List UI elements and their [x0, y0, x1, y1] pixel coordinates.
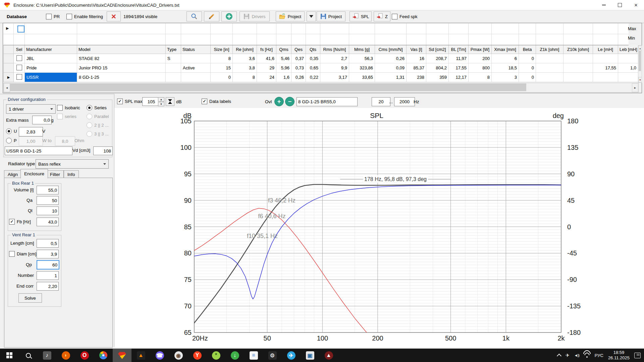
end-corr-input[interactable]: 2,20 [37, 282, 59, 291]
maximize-button[interactable] [612, 0, 628, 10]
cell-size[interactable]: 15 [211, 63, 233, 73]
tray-telegram-icon[interactable]: ✈ [566, 353, 570, 358]
row-select-checkbox[interactable] [16, 55, 22, 61]
vd-input[interactable]: 108 [93, 146, 113, 155]
cell-sd[interactable]: 359 [426, 73, 449, 82]
fb-input[interactable]: 43,0 [37, 218, 59, 226]
cell-manufacturer[interactable]: USSR [25, 73, 77, 82]
extra-mass-input[interactable]: 0,0 [32, 116, 52, 124]
tab-align[interactable]: Align [4, 170, 21, 178]
music-player-app[interactable]: ♪ [38, 349, 56, 362]
volume-input[interactable]: 55,0 [37, 186, 59, 194]
cell-manufacturer[interactable]: Pride [25, 63, 77, 73]
clock[interactable]: 18:59 26.11.2025 [608, 350, 630, 361]
edit-button[interactable] [204, 11, 219, 21]
cell-qes[interactable]: 0,26 [291, 73, 306, 82]
ql-input[interactable]: 10 [37, 206, 59, 215]
column-header-le[interactable]: Le [mH] [593, 45, 618, 54]
cell-vas[interactable]: 16 [407, 54, 426, 63]
column-header-bl[interactable]: BL [Tm] [449, 45, 469, 54]
cell-qms[interactable]: 5,46 [276, 54, 291, 63]
cell-status[interactable]: Active [181, 63, 211, 73]
column-header-z10k[interactable]: Z10k [ohm] [564, 45, 593, 54]
cell-size[interactable]: 8 [211, 54, 233, 63]
driver-count-select[interactable]: 1 driver [6, 104, 56, 114]
firefox-app[interactable]: ◗ [56, 349, 75, 362]
cell-sd[interactable]: 208,7 [426, 54, 449, 63]
cell-leb[interactable] [618, 73, 638, 82]
scroll-down-arrow[interactable]: ▼ [638, 77, 642, 82]
cell-bl[interactable]: 11,97 [449, 54, 469, 63]
scroll-left-arrow[interactable]: ◄ [4, 83, 10, 92]
filter-select-checkbox[interactable] [17, 25, 24, 33]
yandex-browser-app[interactable]: Y [188, 349, 207, 362]
wiring-series-radio[interactable] [87, 105, 92, 111]
save-project-button[interactable]: Project [317, 11, 345, 21]
column-header-manufacturer[interactable]: Manufacturer [25, 45, 77, 54]
cell-mms[interactable]: 33,65 [349, 73, 375, 82]
cell-z10k[interactable] [564, 73, 593, 82]
cell-rms[interactable]: 9,9 [320, 63, 349, 73]
column-header-fs[interactable]: fs [Hz] [257, 45, 276, 54]
tab-enclosure[interactable]: Enclosure [20, 169, 48, 178]
cell-mms[interactable]: 323,86 [349, 63, 375, 73]
scroll-up-arrow[interactable]: ▲ [638, 46, 642, 51]
overlay-name-input[interactable]: 8 GD-1-25 BR55,0 [297, 97, 358, 106]
column-header-size[interactable]: Size [in] [211, 45, 233, 54]
spl-max-input[interactable]: 105 [142, 97, 160, 106]
enable-filtering-checkbox[interactable]: ✓ [66, 14, 72, 19]
cell-mms[interactable]: 56,3 [349, 54, 375, 63]
qa-input[interactable]: 50 [37, 196, 59, 205]
cell-z1k[interactable] [536, 73, 564, 82]
cell-status[interactable] [181, 73, 211, 82]
spinner-up-icon[interactable]: ▲ [158, 97, 164, 102]
radiator-type-select[interactable]: Bass reflex [36, 159, 109, 169]
cell-pmax[interactable]: 200 [469, 54, 492, 63]
cell-cms[interactable]: 1,31 [375, 73, 407, 82]
title-bar[interactable]: Enclosure: C:\Users\Public\Documents\Vit… [0, 0, 644, 10]
column-header-cms[interactable]: Cms [mm/N] [375, 45, 407, 54]
freq-max-input[interactable]: 2000 [394, 97, 415, 106]
row-select-checkbox[interactable] [16, 74, 22, 80]
cell-qts[interactable]: 0,35 [306, 54, 320, 63]
scroll-right-arrow[interactable]: ► [632, 83, 638, 92]
column-header-beta[interactable]: Beta [519, 45, 536, 54]
cell-fs[interactable]: 41,6 [257, 54, 276, 63]
cell-qts[interactable]: 0,65 [306, 63, 320, 73]
cell-le[interactable] [593, 73, 618, 82]
data-labels-checkbox[interactable]: ✓ [202, 99, 207, 104]
cell-qes[interactable]: 0,37 [291, 54, 306, 63]
select-cell[interactable] [14, 73, 25, 82]
clear-filter-button[interactable]: ✕ [107, 11, 121, 21]
cell-bl[interactable]: 12,17 [449, 73, 469, 82]
overlay-add-button[interactable]: + [274, 97, 284, 106]
cell-re[interactable]: 8 [233, 73, 257, 82]
power-radio[interactable] [6, 138, 12, 143]
cell-model[interactable]: 8 GD-1-25 [77, 73, 166, 82]
cell-leb[interactable]: 1,0 [618, 63, 638, 73]
dark-browser-app[interactable]: ▲ [319, 349, 338, 362]
column-header-rms[interactable]: Rms [Ns/m] [320, 45, 349, 54]
column-header-model[interactable]: Model [77, 45, 166, 54]
cell-model[interactable]: Junior PRO 15 [77, 63, 166, 73]
column-header-sd[interactable]: Sd [cm2] [426, 45, 449, 54]
downloader-app[interactable]: ↓ [225, 349, 244, 362]
cell-cms[interactable]: 0,26 [375, 54, 407, 63]
volume-icon[interactable]: ◄)) [574, 353, 579, 357]
cell-re[interactable]: 3,8 [233, 63, 257, 73]
select-cell[interactable] [14, 54, 25, 63]
minimize-button[interactable] [596, 0, 612, 10]
chrome-app[interactable] [94, 349, 113, 362]
cell-xmax[interactable]: 18,5 [492, 63, 519, 73]
cell-pmax[interactable]: 8 [469, 73, 492, 82]
cell-manufacturer[interactable]: JBL [25, 54, 77, 63]
cell-pmax[interactable]: 800 [469, 63, 492, 73]
column-header-qes[interactable]: Qes [291, 45, 306, 54]
spl-max-checkbox[interactable]: ✓ [117, 99, 123, 104]
search-button[interactable] [186, 11, 202, 21]
cell-z1k[interactable] [536, 63, 564, 73]
cell-model[interactable]: STAGE 82 [77, 54, 166, 63]
network-icon[interactable] [584, 353, 590, 358]
export-spl-button[interactable]: SPL [350, 11, 372, 21]
cell-le[interactable] [593, 54, 618, 63]
